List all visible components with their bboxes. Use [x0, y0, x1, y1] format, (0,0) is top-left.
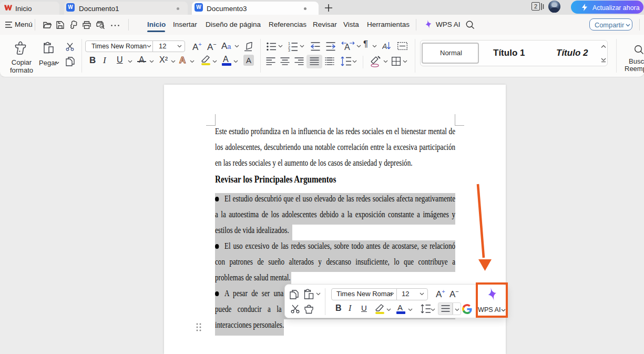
svg-text:3: 3 — [288, 48, 290, 52]
svg-text:A: A — [344, 43, 350, 52]
svg-text:A: A — [382, 42, 387, 50]
svg-text:1: 1 — [288, 42, 290, 45]
